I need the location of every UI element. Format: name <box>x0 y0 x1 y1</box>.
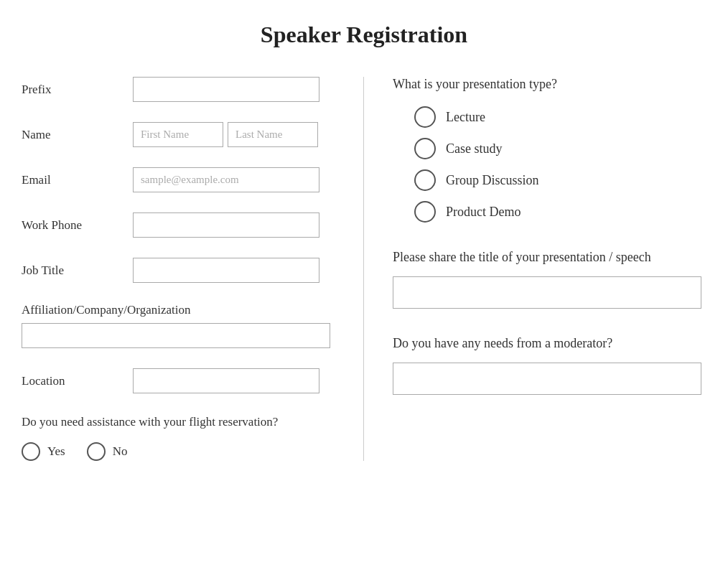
job-title-input[interactable] <box>133 258 319 283</box>
moderator-question: Do you have any needs from a moderator? <box>393 335 706 352</box>
presentation-title-section: Please share the title of your presentat… <box>393 248 706 335</box>
flight-question: Do you need assistance with your flight … <box>22 414 349 431</box>
flight-yes-label: Yes <box>47 444 65 459</box>
option-case-study[interactable]: Case study <box>414 138 706 159</box>
prefix-field: Prefix <box>22 77 349 102</box>
lecture-circle <box>414 106 436 128</box>
prefix-label: Prefix <box>22 83 133 97</box>
work-phone-field: Work Phone <box>22 212 349 238</box>
option-product-demo[interactable]: Product Demo <box>414 201 706 223</box>
job-title-field: Job Title <box>22 258 349 283</box>
location-label: Location <box>22 374 133 388</box>
lecture-label: Lecture <box>446 110 485 125</box>
form-layout: Prefix Name Email Work Phone <box>14 77 714 461</box>
flight-no-option[interactable]: No <box>87 442 128 461</box>
page-title: Speaker Registration <box>14 22 714 48</box>
product-demo-circle <box>414 201 436 223</box>
left-column: Prefix Name Email Work Phone <box>14 77 364 461</box>
first-name-input[interactable] <box>133 122 223 147</box>
affiliation-label: Affiliation/Company/Organization <box>22 303 349 317</box>
option-lecture[interactable]: Lecture <box>414 106 706 128</box>
group-discussion-circle <box>414 169 436 191</box>
name-label: Name <box>22 128 133 142</box>
presentation-title-input[interactable] <box>393 276 701 309</box>
work-phone-label: Work Phone <box>22 218 133 233</box>
presentation-type-section: What is your presentation type? Lecture … <box>393 77 706 223</box>
case-study-label: Case study <box>446 141 503 156</box>
last-name-input[interactable] <box>228 122 318 147</box>
product-demo-label: Product Demo <box>446 205 521 220</box>
case-study-circle <box>414 138 436 159</box>
flight-yes-option[interactable]: Yes <box>22 442 65 461</box>
prefix-input[interactable] <box>133 77 319 102</box>
flight-radio-group: Yes No <box>22 442 349 461</box>
page-container: Speaker Registration Prefix Name Email <box>0 0 728 490</box>
group-discussion-label: Group Discussion <box>446 173 539 188</box>
presentation-type-radio-list: Lecture Case study Group Discussion Prod… <box>393 106 706 223</box>
work-phone-input[interactable] <box>133 212 319 238</box>
email-label: Email <box>22 173 133 187</box>
flight-no-circle <box>87 442 106 461</box>
location-input[interactable] <box>133 368 319 393</box>
email-field: Email <box>22 167 349 192</box>
flight-yes-circle <box>22 442 40 461</box>
moderator-needs-input[interactable] <box>393 363 701 395</box>
title-question: Please share the title of your presentat… <box>393 248 706 266</box>
option-group-discussion[interactable]: Group Discussion <box>414 169 706 191</box>
presentation-type-question: What is your presentation type? <box>393 77 706 92</box>
name-inputs <box>133 122 318 147</box>
affiliation-input[interactable] <box>22 323 330 348</box>
name-field: Name <box>22 122 349 147</box>
job-title-label: Job Title <box>22 263 133 278</box>
flight-section: Do you need assistance with your flight … <box>22 414 349 461</box>
moderator-section: Do you have any needs from a moderator? <box>393 335 706 421</box>
affiliation-field: Affiliation/Company/Organization <box>22 303 349 348</box>
email-input[interactable] <box>133 167 319 192</box>
location-field: Location <box>22 368 349 393</box>
right-column: What is your presentation type? Lecture … <box>364 77 714 461</box>
flight-no-label: No <box>113 444 128 459</box>
